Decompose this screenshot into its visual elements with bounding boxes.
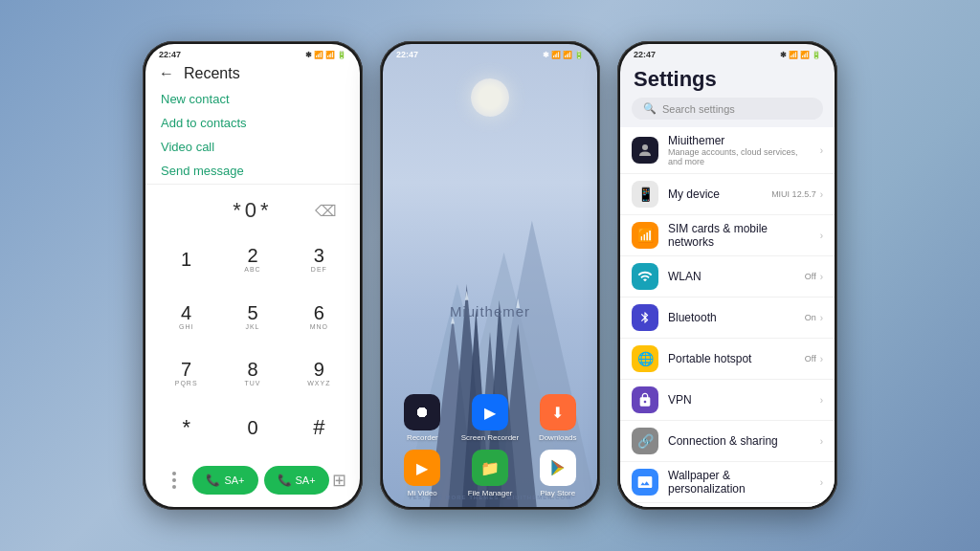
signal-icon-3: 📶: [551, 51, 561, 59]
video-call-link[interactable]: Video call: [161, 140, 345, 154]
num-key-0[interactable]: 0: [219, 401, 285, 453]
settings-item-hotspot[interactable]: 🌐 Portable hotspot Off ›: [620, 339, 835, 380]
status-time-3: 22:47: [634, 50, 656, 59]
miui-version-badge: MIUI 12.5.7: [771, 189, 816, 199]
settings-list: Miuithemer Manage accounts, cloud servic…: [620, 127, 835, 507]
hotspot-right: Off ›: [805, 354, 823, 364]
battery-icon-2: 🔋: [574, 51, 584, 59]
chevron-sim: ›: [820, 231, 823, 241]
search-icon: 🔍: [643, 102, 657, 115]
miuithemer-icon: [632, 137, 658, 164]
my-device-icon: 📱: [632, 181, 658, 208]
num-key-9[interactable]: 9WXYZ: [286, 344, 352, 401]
num-key-8[interactable]: 8TUV: [219, 344, 285, 401]
chevron-connection: ›: [820, 436, 823, 447]
hotspot-text: Portable hotspot: [668, 352, 795, 365]
wallpaper-title: Wallpaper & personalization: [668, 469, 811, 496]
svg-point-16: [642, 144, 648, 150]
play-store-icon: [540, 450, 576, 486]
settings-item-my-device[interactable]: 📱 My device MIUI 12.5.7 ›: [620, 174, 835, 215]
sim-icon: 📶: [632, 222, 658, 249]
settings-item-always-on[interactable]: ⏰ Always-on display & Lock ›: [620, 503, 835, 507]
num-key-6[interactable]: 6MNO: [286, 287, 352, 343]
back-button[interactable]: ←: [159, 65, 174, 82]
bluetooth-right: On ›: [805, 313, 823, 323]
miuithemer-text: Miuithemer Manage accounts, cloud servic…: [668, 134, 811, 166]
call-button-2[interactable]: 📞 SA+: [264, 466, 329, 495]
chevron-wlan: ›: [820, 272, 823, 282]
settings-item-bluetooth[interactable]: Bluetooth On ›: [620, 298, 835, 339]
home-wallpaper: Miuithemer ⏺ Recorder ▶ Screen Recorder …: [383, 61, 597, 507]
file-manager-icon: 📁: [472, 450, 508, 486]
bluetooth-status: On: [805, 313, 816, 322]
vpn-text: VPN: [668, 393, 811, 407]
battery-icon-3: 🔋: [812, 51, 821, 59]
recorder-icon: ⏺: [404, 394, 440, 430]
settings-item-wallpaper[interactable]: Wallpaper & personalization ›: [620, 462, 835, 503]
menu-button[interactable]: [159, 465, 189, 496]
app-file-manager[interactable]: 📁 File Manager: [460, 450, 521, 497]
wlan-icon: [632, 263, 658, 290]
numpad: 1 2ABC 3DEF 4GHI 5JKL 6MNO 7PQRS 8TUV 9W…: [145, 227, 360, 457]
menu-dot-1: [172, 472, 176, 475]
chevron-miuithemer: ›: [820, 145, 823, 156]
my-device-right: MIUI 12.5.7 ›: [771, 189, 823, 200]
settings-item-connection[interactable]: 🔗 Connection & sharing ›: [620, 421, 835, 462]
call-button-1[interactable]: 📞 SA+: [192, 466, 257, 495]
wallpaper-icon: [632, 469, 658, 496]
num-key-4[interactable]: 4GHI: [153, 287, 219, 343]
screen-recorder-label: Screen Recorder: [461, 433, 519, 442]
call-label-2: SA+: [296, 474, 316, 486]
num-key-3[interactable]: 3DEF: [286, 231, 352, 287]
backspace-button[interactable]: ⌫: [315, 202, 341, 220]
num-key-hash[interactable]: #: [286, 401, 352, 453]
add-to-contacts-link[interactable]: Add to contacts: [161, 116, 345, 130]
grid-button[interactable]: ⊞: [332, 470, 346, 491]
status-time-2: 22:47: [396, 50, 418, 59]
signal-icon-2: 📶: [325, 51, 335, 59]
hotspot-icon: 🌐: [632, 345, 658, 372]
chevron-hotspot: ›: [820, 354, 823, 364]
phone-icon-2: 📞: [278, 474, 292, 487]
settings-item-miuithemer[interactable]: Miuithemer Manage accounts, cloud servic…: [620, 127, 835, 174]
settings-item-sim[interactable]: 📶 SIM cards & mobile networks ›: [620, 215, 835, 256]
phone-settings: 22:47 ✱ 📶 📶 🔋 Settings 🔍 Search settings: [617, 41, 837, 510]
settings-content: Settings 🔍 Search settings Miuithemer Ma…: [620, 61, 835, 507]
num-key-star[interactable]: *: [153, 401, 219, 453]
bluetooth-icon: ✱: [305, 51, 312, 59]
dialer-display: *0* ⌫: [145, 190, 360, 227]
app-downloads[interactable]: ⬇ Downloads: [527, 394, 588, 442]
app-mi-video[interactable]: ▶ Mi Video: [392, 450, 453, 497]
send-message-link[interactable]: Send message: [161, 164, 345, 178]
dialer-number: *0*: [233, 198, 272, 223]
num-key-2[interactable]: 2ABC: [219, 231, 285, 287]
settings-item-wlan[interactable]: WLAN Off ›: [620, 256, 835, 298]
downloads-icon: ⬇: [540, 394, 576, 430]
vpn-title: VPN: [668, 393, 811, 407]
watermark: YES, FOR MORE THEMES - MIUITHEMER.COM: [409, 495, 571, 500]
app-play-store[interactable]: Play Store: [527, 450, 588, 497]
settings-item-vpn[interactable]: VPN ›: [620, 380, 835, 421]
num-key-5[interactable]: 5JKL: [219, 287, 285, 343]
connection-text: Connection & sharing: [668, 434, 811, 448]
wlan-status: Off: [805, 272, 816, 281]
phone-icon: 📞: [206, 474, 220, 487]
status-bar-3: 22:47 ✱ 📶 📶 🔋: [620, 44, 835, 61]
num-key-7[interactable]: 7PQRS: [153, 344, 219, 401]
signal-icon: 📶: [314, 51, 323, 59]
svg-marker-10: [465, 291, 469, 300]
connection-icon: 🔗: [632, 428, 658, 454]
search-bar[interactable]: 🔍 Search settings: [632, 98, 823, 120]
chevron-vpn: ›: [820, 395, 823, 406]
num-key-1[interactable]: 1: [153, 231, 219, 287]
phone-home: 22:47 ✱ 📶 📶 🔋: [380, 41, 600, 510]
app-screen-recorder[interactable]: ▶ Screen Recorder: [460, 394, 521, 442]
status-bar-2: 22:47 ✱ 📶 📶 🔋: [383, 44, 597, 61]
dialer-header: ← Recents: [145, 61, 360, 86]
new-contact-link[interactable]: New contact: [161, 92, 345, 106]
hotspot-title: Portable hotspot: [668, 352, 795, 365]
settings-title: Settings: [620, 61, 835, 98]
app-recorder[interactable]: ⏺ Recorder: [392, 394, 453, 442]
miuithemer-title: Miuithemer: [668, 134, 811, 147]
phone-dialer: 22:47 ✱ 📶 📶 🔋 ← Recents New contact Add …: [143, 41, 363, 510]
